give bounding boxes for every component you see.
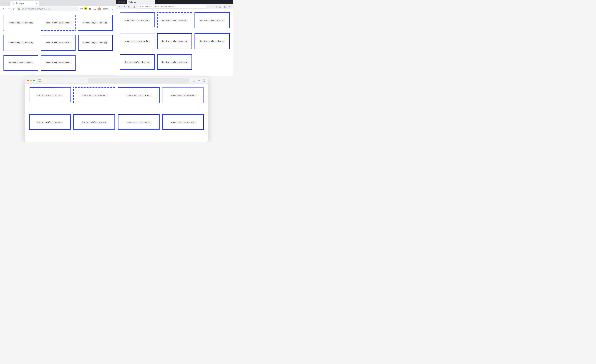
border-label: border-style: double; <box>170 94 197 97</box>
reload-button[interactable] <box>11 7 15 11</box>
border-demo-outset: border-style: outset; <box>157 54 192 70</box>
traffic-light-zoom[interactable] <box>123 1 125 3</box>
tab-title: Prototype <box>16 2 24 5</box>
border-demo-dashed: border-style: dashed; <box>41 15 75 31</box>
profile-chip[interactable]: Paused <box>97 7 110 11</box>
sidebar-icon[interactable] <box>218 5 222 9</box>
safari-toolbar-right <box>192 79 206 82</box>
forward-button[interactable] <box>49 79 53 82</box>
border-demo-dashed: border-style: dashed; <box>157 12 192 28</box>
browser-tab-active[interactable]: Prototype ✕ <box>127 0 155 4</box>
border-label: border-style: solid; <box>82 21 108 24</box>
traffic-light-zoom[interactable] <box>33 80 35 81</box>
share-icon[interactable] <box>192 79 196 82</box>
traffic-light-zoom[interactable] <box>8 2 9 4</box>
border-label: border-style: dashed; <box>161 19 188 22</box>
border-label: border-style: inset; <box>8 61 34 64</box>
new-tab-button[interactable]: + <box>40 1 44 6</box>
privacy-shield-icon[interactable] <box>81 79 85 82</box>
border-demo-groove: border-style: groove; <box>157 33 192 49</box>
page-info-icon[interactable] <box>80 7 83 11</box>
border-demo-solid: border-style: solid; <box>194 12 230 28</box>
border-label: border-style: groove; <box>45 41 72 45</box>
border-demo-double: border-style: double; <box>162 87 204 103</box>
window-controls <box>117 1 126 3</box>
hamburger-menu-icon[interactable] <box>227 5 232 9</box>
traffic-light-minimize[interactable] <box>30 80 32 81</box>
border-demo-double: border-style: double; <box>3 35 38 51</box>
home-button[interactable] <box>132 5 136 9</box>
firefox-browser-window: Prototype ✕ + Search with Google or ente… <box>116 0 233 76</box>
chrome-toolbar: Search Google or type a URL JS Paused <box>0 6 116 12</box>
border-demo-ridge: border-style: ridge; <box>73 114 115 130</box>
traffic-light-close[interactable] <box>2 2 4 4</box>
firefox-toolbar: Search with Google or enter address <box>116 4 233 9</box>
kebab-menu-icon[interactable] <box>111 7 115 11</box>
border-label: border-style: groove; <box>161 40 188 43</box>
border-demo-ridge: border-style: ridge; <box>78 35 113 51</box>
traffic-light-minimize[interactable] <box>121 1 122 3</box>
border-demo-dotted: border-style: dotted; <box>29 87 71 103</box>
border-label: border-style: dotted; <box>37 94 63 97</box>
border-demo-ridge: border-style: ridge; <box>194 33 230 49</box>
firefox-page-content: border-style: dotted;border-style: dashe… <box>116 9 233 76</box>
border-label: border-style: solid; <box>126 94 151 97</box>
safari-urlbar[interactable] <box>88 78 189 83</box>
border-label: border-style: ridge; <box>82 41 108 45</box>
traffic-light-minimize[interactable] <box>5 2 7 4</box>
javascript-extension-icon[interactable]: JS <box>84 7 87 10</box>
traffic-light-close[interactable] <box>27 80 29 81</box>
svg-rect-15 <box>38 80 41 82</box>
border-demo-outset: border-style: outset; <box>162 114 204 130</box>
firefox-toolbar-right <box>213 5 232 9</box>
back-button[interactable] <box>118 5 122 9</box>
chrome-toolbar-right: JS Paused <box>80 7 115 11</box>
globe-icon <box>12 2 15 5</box>
border-demo-double: border-style: double; <box>120 33 155 49</box>
border-label: border-style: dotted; <box>7 21 34 24</box>
border-label: border-style: dashed; <box>81 94 108 97</box>
border-demo-dotted: border-style: dotted; <box>120 12 155 28</box>
border-label: border-style: ridge; <box>199 40 225 43</box>
omnibox[interactable]: Search Google or type a URL <box>16 7 79 11</box>
profile-status-label: Paused <box>102 8 109 10</box>
forward-button[interactable] <box>7 7 10 11</box>
chrome-browser-window: Prototype × + Search Google or type a UR… <box>0 0 116 76</box>
extensions-icon[interactable] <box>88 7 92 11</box>
chrome-tab-strip: Prototype × + <box>0 0 116 6</box>
svg-line-7 <box>141 7 141 7</box>
border-label: border-style: dashed; <box>45 21 72 24</box>
border-label: border-style: outset; <box>161 60 188 64</box>
omnibox-placeholder: Search Google or type a URL <box>22 7 50 10</box>
tab-overview-icon[interactable] <box>202 79 206 82</box>
new-tab-button[interactable]: + <box>155 1 159 3</box>
reload-button[interactable] <box>127 5 131 9</box>
search-icon <box>139 6 141 8</box>
border-demo-solid: border-style: solid; <box>118 87 160 103</box>
close-tab-icon[interactable]: × <box>36 2 37 5</box>
close-tab-icon[interactable]: ✕ <box>152 1 153 3</box>
border-demo-groove: border-style: groove; <box>41 35 75 51</box>
forward-button[interactable] <box>122 5 126 9</box>
back-button[interactable] <box>1 7 6 11</box>
border-demo-dashed: border-style: dashed; <box>73 87 115 103</box>
window-controls <box>27 80 35 81</box>
avatar-icon <box>98 7 101 10</box>
chrome-page-content: border-style: dotted;border-style: dashe… <box>0 12 116 75</box>
border-label: border-style: ridge; <box>81 121 107 124</box>
browser-tab-active[interactable]: Prototype × <box>10 1 39 6</box>
new-tab-icon[interactable] <box>197 79 201 82</box>
traffic-light-close[interactable] <box>118 1 120 3</box>
google-icon <box>18 8 21 10</box>
sidebar-toggle-icon[interactable] <box>37 79 41 82</box>
reload-icon[interactable] <box>186 79 188 82</box>
svg-rect-8 <box>219 6 221 7</box>
border-demo-groove: border-style: groove; <box>29 114 71 130</box>
safari-browser-window: border-style: dotted;border-style: dashe… <box>25 77 208 142</box>
library-icon[interactable] <box>213 5 218 9</box>
reading-list-icon[interactable] <box>92 7 97 11</box>
svg-point-3 <box>112 8 113 8</box>
back-button[interactable] <box>43 79 47 82</box>
account-icon[interactable] <box>223 5 227 9</box>
firefox-urlbar[interactable]: Search with Google or enter address <box>138 5 206 9</box>
